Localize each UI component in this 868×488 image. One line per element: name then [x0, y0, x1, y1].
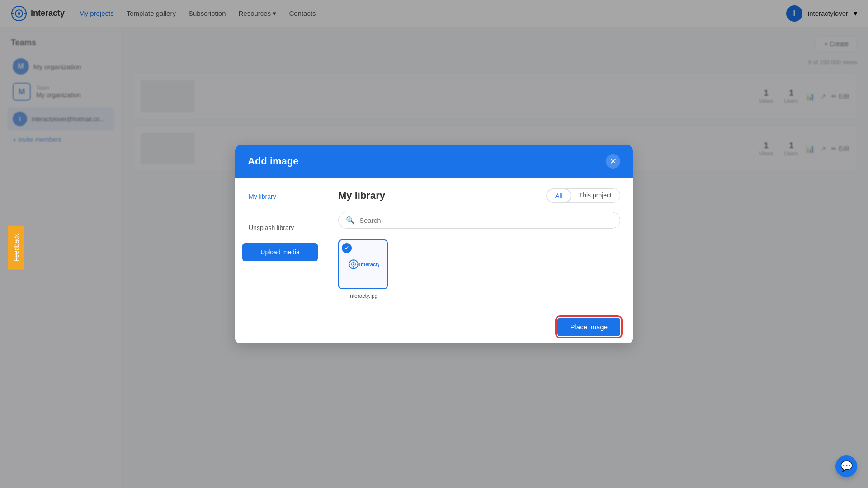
upload-media-button[interactable]: Upload media — [242, 243, 318, 261]
search-box: 🔍 — [338, 212, 620, 229]
image-thumbnail-interacty[interactable]: ✓ interacty — [338, 239, 388, 289]
modal-title: Add image — [248, 155, 298, 167]
modal-footer: Place image — [326, 310, 633, 343]
place-image-button[interactable]: Place image — [557, 318, 620, 336]
search-input[interactable] — [359, 216, 613, 224]
filter-tab-all[interactable]: All — [546, 188, 571, 203]
image-check-mark: ✓ — [342, 243, 352, 253]
image-item-interacty[interactable]: ✓ interacty — [338, 239, 388, 299]
chat-icon: 💬 — [840, 460, 853, 472]
modal-main-content: My library All This project 🔍 — [326, 178, 633, 310]
modal-library-title: My library — [338, 190, 385, 202]
svg-text:interacty: interacty — [359, 261, 379, 267]
modal-body: My library Unsplash library Upload media… — [235, 178, 633, 343]
image-grid: ✓ interacty — [338, 239, 620, 299]
chat-button[interactable]: 💬 — [835, 455, 857, 477]
feedback-tab[interactable]: Feedback — [8, 225, 24, 269]
modal-main-header: My library All This project — [338, 188, 620, 203]
modal-close-button[interactable]: ✕ — [606, 154, 620, 169]
modal-main: My library All This project 🔍 — [326, 178, 633, 343]
svg-point-9 — [353, 263, 354, 265]
modal-sidebar-my-library[interactable]: My library — [242, 188, 318, 205]
filter-tab-this-project[interactable]: This project — [571, 189, 620, 202]
modal-sidebar-divider — [242, 212, 318, 212]
add-image-modal: Add image ✕ My library Unsplash library … — [235, 145, 633, 343]
modal-sidebar: My library Unsplash library Upload media — [235, 178, 326, 343]
modal-header: Add image ✕ — [235, 145, 633, 178]
image-label-interacty: Interacty.jpg — [349, 293, 377, 299]
interacty-logo-svg: interacty — [347, 253, 379, 276]
search-icon: 🔍 — [346, 216, 355, 225]
modal-overlay: Add image ✕ My library Unsplash library … — [0, 0, 868, 488]
filter-tabs: All This project — [546, 188, 620, 203]
modal-sidebar-unsplash[interactable]: Unsplash library — [242, 220, 318, 236]
